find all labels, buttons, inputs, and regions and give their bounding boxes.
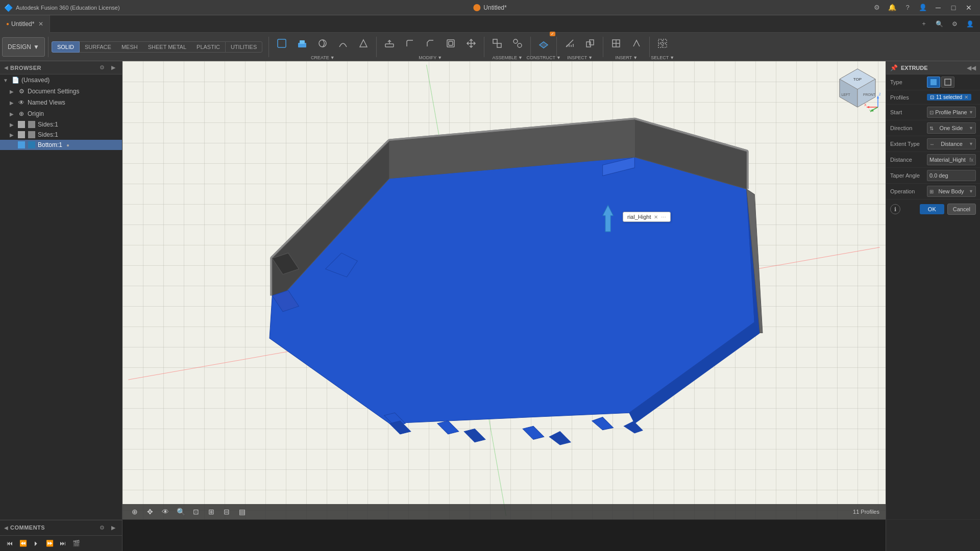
profiles-clear-btn[interactable]: ✕ xyxy=(964,94,968,100)
offset-plane-btn[interactable]: ✓ xyxy=(534,34,553,53)
chamfer-btn[interactable] xyxy=(421,34,440,53)
sweep-btn[interactable] xyxy=(333,34,353,53)
close-btn[interactable]: ✕ xyxy=(962,2,976,13)
settings-tab-btn[interactable]: ⚙ xyxy=(947,17,962,31)
minimize-btn[interactable]: ─ xyxy=(931,2,945,13)
browser-item-sides1[interactable]: ▶ Sides:1 xyxy=(0,119,122,130)
select-label[interactable]: SELECT▼ xyxy=(651,55,674,60)
type-surface-icon[interactable] xyxy=(941,77,954,88)
browser-item-origin[interactable]: ▶ ⊕ Origin xyxy=(0,108,122,119)
grid-toggle-btn[interactable]: ⊞ xyxy=(205,506,217,518)
tooltip-close-icon[interactable]: ✕ xyxy=(654,214,658,220)
toolbar-icon-btn[interactable]: ⚙ xyxy=(870,1,884,15)
direction-arrow-icon: ▼ xyxy=(969,126,973,131)
new-component-btn[interactable] xyxy=(272,34,291,53)
restore-btn[interactable]: □ xyxy=(946,2,961,13)
taper-input[interactable]: 0.0 deg xyxy=(927,170,976,181)
look-at-btn[interactable]: 👁 xyxy=(159,506,172,518)
direction-select[interactable]: ⇅ One Side ▼ xyxy=(927,122,976,134)
tab-sheet-metal[interactable]: SHEET METAL xyxy=(143,41,191,53)
browser-collapse-icon[interactable]: ◀ xyxy=(4,65,8,70)
comments-collapse-icon[interactable]: ◀ xyxy=(4,525,8,531)
distance-fx-badge[interactable]: fx xyxy=(969,157,973,163)
profiles-tag[interactable]: ⊡ 11 selected ✕ xyxy=(927,94,971,101)
start-select[interactable]: ⊡ Profile Plane ▼ xyxy=(927,107,976,118)
select-btn[interactable] xyxy=(653,34,672,53)
browser-expand-icon[interactable]: ▶ xyxy=(109,63,118,72)
browser-label-unsaved: (Unsaved) xyxy=(21,77,50,84)
canvas-area[interactable]: rial_Hight ✕ ⋯ TOP LEFT FRONT xyxy=(122,61,886,519)
pan-nav-btn[interactable]: ✥ xyxy=(144,506,156,518)
move-copy-btn[interactable] xyxy=(461,34,481,53)
fit-screen-btn[interactable]: ⊡ xyxy=(190,506,202,518)
panel-collapse-icon[interactable]: ◀◀ xyxy=(967,64,976,71)
notifications-btn[interactable]: 🔔 xyxy=(885,1,899,15)
view-settings-btn[interactable]: ▤ xyxy=(236,506,248,518)
svg-text:LEFT: LEFT xyxy=(841,93,850,96)
assemble-label[interactable]: ASSEMBLE▼ xyxy=(493,55,523,60)
browser-settings-icon[interactable]: ⚙ xyxy=(97,63,107,72)
joint-btn[interactable] xyxy=(508,34,527,53)
help-btn[interactable]: ? xyxy=(900,1,915,15)
browser-item-named-views[interactable]: ▶ 👁 Named Views xyxy=(0,97,122,108)
tab-close-btn[interactable]: ✕ xyxy=(38,20,43,28)
workspace-tabs: SOLID SURFACE MESH SHEET METAL PLASTIC U… xyxy=(52,41,262,53)
browser-item-doc-settings[interactable]: ▶ ⚙ Document Settings xyxy=(0,86,122,97)
tab-untitled[interactable]: ● Untitled* ✕ xyxy=(0,15,50,33)
new-component-asm-btn[interactable] xyxy=(487,34,507,53)
account-btn[interactable]: 👤 xyxy=(916,1,930,15)
tooltip-options-icon[interactable]: ⋯ xyxy=(661,214,666,220)
view-cube[interactable]: TOP LEFT FRONT Z X Y xyxy=(835,66,880,112)
distance-input[interactable]: Material_Hight fx xyxy=(927,154,976,165)
skip-forward-btn[interactable]: ⏭ xyxy=(57,538,68,549)
cancel-button[interactable]: Cancel xyxy=(947,204,976,215)
step-back-btn[interactable]: ⏪ xyxy=(17,538,29,549)
extrude-btn[interactable] xyxy=(292,34,312,53)
tab-surface[interactable]: SURFACE xyxy=(80,41,116,53)
insert-svg-btn[interactable] xyxy=(627,34,646,53)
tab-utilities[interactable]: UTILITIES xyxy=(225,41,262,53)
info-btn[interactable]: ℹ xyxy=(890,204,900,214)
browser-item-bottom1[interactable]: Bottom:1 ● xyxy=(0,140,122,150)
measure-btn[interactable] xyxy=(560,34,579,53)
modify-label[interactable]: MODIFY▼ xyxy=(419,55,442,60)
comments-expand-icon[interactable]: ▶ xyxy=(109,523,118,532)
display-settings-btn[interactable]: ⊟ xyxy=(220,506,233,518)
svg-rect-7 xyxy=(449,41,453,45)
operation-select[interactable]: ⊞ New Body ▼ xyxy=(927,186,976,197)
new-tab-btn[interactable]: ＋ xyxy=(917,17,931,31)
extent-type-icon: ↔ xyxy=(929,141,935,147)
insert-label[interactable]: INSERT▼ xyxy=(615,55,638,60)
interference-btn[interactable] xyxy=(580,34,600,53)
comments-settings-icon[interactable]: ⚙ xyxy=(97,523,107,532)
browser-item-root[interactable]: ▼ 📄 (Unsaved) xyxy=(0,74,122,86)
ok-button[interactable]: OK xyxy=(920,204,944,214)
account-tab-btn[interactable]: 👤 xyxy=(963,17,977,31)
construct-label[interactable]: CONSTRUCT▼ xyxy=(527,55,561,60)
orbit-nav-btn[interactable]: ⊕ xyxy=(129,506,141,518)
tab-plastic[interactable]: PLASTIC xyxy=(191,41,225,53)
search-tab-btn[interactable]: 🔍 xyxy=(932,17,946,31)
loft-btn[interactable] xyxy=(354,34,373,53)
skip-back-btn[interactable]: ⏮ xyxy=(4,538,15,549)
create-label[interactable]: CREATE▼ xyxy=(311,55,335,60)
insert-mesh-btn[interactable] xyxy=(606,34,626,53)
fillet-btn[interactable] xyxy=(400,34,420,53)
svg-marker-33 xyxy=(464,429,485,442)
browser-item-sides2[interactable]: ▶ Sides:1 xyxy=(0,130,122,140)
step-forward-btn[interactable]: ⏩ xyxy=(44,538,55,549)
inspect-label[interactable]: INSPECT▼ xyxy=(567,55,593,60)
create-buttons xyxy=(272,34,373,53)
tab-mesh[interactable]: MESH xyxy=(116,41,143,53)
zoom-nav-btn[interactable]: 🔍 xyxy=(175,506,187,518)
camera-btn[interactable]: 🎬 xyxy=(70,538,82,549)
shell-btn[interactable] xyxy=(441,34,460,53)
design-menu-btn[interactable]: DESIGN ▼ xyxy=(2,37,45,57)
play-btn[interactable]: ⏵ xyxy=(31,538,42,549)
extent-type-select[interactable]: ↔ Distance ▼ xyxy=(927,138,976,149)
press-pull-btn[interactable] xyxy=(380,34,399,53)
profiles-count-tag: 11 selected xyxy=(936,94,962,100)
revolve-btn[interactable] xyxy=(313,34,332,53)
tab-solid[interactable]: SOLID xyxy=(52,41,80,53)
type-solid-icon[interactable] xyxy=(927,77,940,88)
